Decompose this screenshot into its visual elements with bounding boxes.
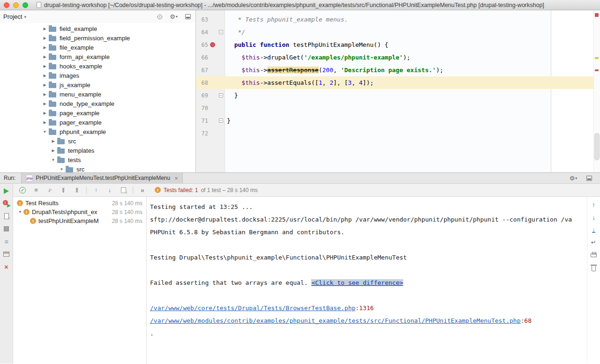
down-stack-trace-button[interactable]: ↓ [590,213,598,221]
chevron-down-icon[interactable]: ▼ [58,167,65,171]
project-tree-item[interactable]: ▶hooks_example [0,61,195,71]
run-tab[interactable]: php PHPUnitExampleMenuTest.testPhpUnitEx… [21,173,182,183]
minimize-window-button[interactable] [13,2,19,8]
rerun-button[interactable] [2,187,11,195]
previous-failed-test-button[interactable]: ↑ [92,186,100,194]
editor-scrollbar-thumb[interactable] [594,133,600,160]
project-tree-item[interactable]: ▶form_api_example [0,52,195,61]
stop-button[interactable] [2,225,11,233]
test-tree-node[interactable]: !testPhpUnitExampleM28 s 140 ms [13,216,146,225]
run-settings-gear-icon[interactable]: ⚙▾ [569,174,578,182]
chevron-down-icon[interactable]: ▼ [41,130,48,134]
collapse-all-button[interactable]: ∧∧ [73,186,81,194]
chevron-right-icon[interactable]: ▶ [41,74,48,78]
project-tree-item[interactable]: ▶js_example [0,80,195,89]
project-tree-item[interactable]: ▶src [0,136,195,146]
project-panel-title[interactable]: Project [3,13,22,20]
project-tree-item[interactable]: ▶file_example [0,43,195,52]
console-output[interactable]: Testing started at 13:25 ...sftp://docke… [147,197,587,364]
console-link[interactable]: /var/www/web/core/tests/Drupal/Tests/Bro… [150,305,355,312]
project-item-label: src [68,138,76,145]
next-failed-test-button[interactable]: ↓ [105,186,114,194]
rerun-failed-tests-button[interactable]: ! [2,200,11,208]
editor-error-stripe[interactable] [593,10,600,172]
chevron-right-icon[interactable]: ▶ [41,120,48,125]
fold-icon[interactable]: − [217,119,225,123]
restore-layout-button[interactable]: ≡ [2,238,11,245]
locate-file-icon[interactable] [158,15,162,19]
test-history-button[interactable] [2,212,11,220]
print-button[interactable] [590,251,598,259]
import-test-results-button[interactable] [119,186,128,194]
console-link[interactable]: <Click to see difference> [311,279,403,286]
chevron-right-icon[interactable]: ▶ [41,64,48,68]
warning-stripe-mark[interactable] [595,57,599,59]
project-tree-item[interactable]: ▶field_example [0,24,195,33]
chevron-right-icon[interactable]: ▶ [41,83,48,87]
chevron-right-icon[interactable]: ▶ [50,139,57,143]
test-failed-gutter-icon[interactable] [208,42,217,47]
project-tree-item[interactable]: ▶field_permission_example [0,33,195,43]
editor[interactable]: 63 * Tests phpunit_example menus.64− */6… [196,10,600,172]
code-text[interactable]: public function testPhpUnitExampleMenu()… [225,41,600,48]
close-window-button[interactable] [4,2,9,8]
line-number: 70 [196,105,208,111]
pin-tab-button[interactable] [2,250,11,258]
show-passed-button[interactable]: ✓ [18,186,27,194]
clear-all-button[interactable] [590,264,598,272]
up-stack-trace-button[interactable]: ↑ [590,201,598,208]
chevron-right-icon[interactable]: ▶ [50,149,57,153]
code-text[interactable]: $this->assertResponse(200, 'Description … [225,67,600,74]
code-text[interactable]: } [225,117,600,124]
chevron-right-icon[interactable]: ▶ [41,92,48,97]
project-item-label: field_example [60,25,97,32]
soft-wrap-button[interactable]: ↵ [590,238,598,246]
project-tree-item[interactable]: ▶page_example [0,108,195,118]
project-tree-item[interactable]: ▶node_type_example [0,99,195,108]
chevron-right-icon[interactable]: ▶ [41,102,48,106]
show-ignored-button[interactable]: ≡ [32,186,40,194]
code-text[interactable]: $this->drupalGet('/examples/phpunit-exam… [225,54,600,61]
console-text: Failed asserting that two arrays are equ… [150,279,311,286]
project-tree-item[interactable]: ▶pager_example [0,118,195,127]
console-link[interactable]: /var/www/web/modules/contrib/examples/ph… [150,317,521,324]
scroll-to-end-button[interactable]: ↓ [590,226,598,234]
more-options-button[interactable]: » [138,186,147,194]
close-button[interactable]: × [2,263,11,271]
chevron-down-icon[interactable]: ▾ [24,15,26,19]
tests-failed-icon: ! [155,187,161,193]
folder-icon [49,92,56,97]
chevron-down-icon[interactable]: ▼ [17,210,23,214]
code-text[interactable]: */ [225,29,600,36]
fold-icon[interactable]: − [217,30,225,34]
project-tree-item[interactable]: ▼src [0,164,195,172]
chevron-right-icon[interactable]: ▶ [41,36,48,40]
fold-icon[interactable]: − [217,93,225,97]
project-tree-item[interactable]: ▶templates [0,146,195,155]
project-tree-item[interactable]: ▼tests [0,155,195,164]
chevron-right-icon[interactable]: ▶ [41,27,48,31]
editor-line: 71−} [196,114,600,127]
error-stripe-mark[interactable] [595,69,599,71]
sort-by-duration-button[interactable]: ↓≡ [45,186,54,194]
code-text[interactable]: * Tests phpunit_example menus. [225,16,600,23]
project-item-label: templates [68,147,94,154]
test-results-root[interactable]: !Test Results28 s 140 ms [13,199,146,208]
expand-all-button[interactable]: ∨∨ [59,186,68,194]
chevron-right-icon[interactable]: ▶ [41,45,48,50]
code-text[interactable]: } [225,92,600,99]
project-tree-item[interactable]: ▶menu_example [0,89,195,99]
folder-icon [49,83,56,88]
settings-gear-icon[interactable]: ⚙▾ [170,14,178,20]
project-tree-item[interactable]: ▶images [0,71,195,80]
chevron-down-icon[interactable]: ▼ [50,158,57,162]
close-tab-icon[interactable]: × [174,175,178,181]
hide-panel-icon[interactable] [185,14,191,19]
zoom-window-button[interactable] [22,2,28,8]
project-tree-item[interactable]: ▼phpunit_example [0,127,195,136]
chevron-right-icon[interactable]: ▶ [41,111,48,115]
code-text[interactable]: $this->assertEquals([1, 2], [3, 4]); [225,79,600,86]
test-tree-node[interactable]: ▼!Drupal\Tests\phpunit_ex28 s 140 ms [13,208,146,216]
chevron-right-icon[interactable]: ▶ [41,55,48,59]
hide-run-panel-icon[interactable] [585,174,593,182]
